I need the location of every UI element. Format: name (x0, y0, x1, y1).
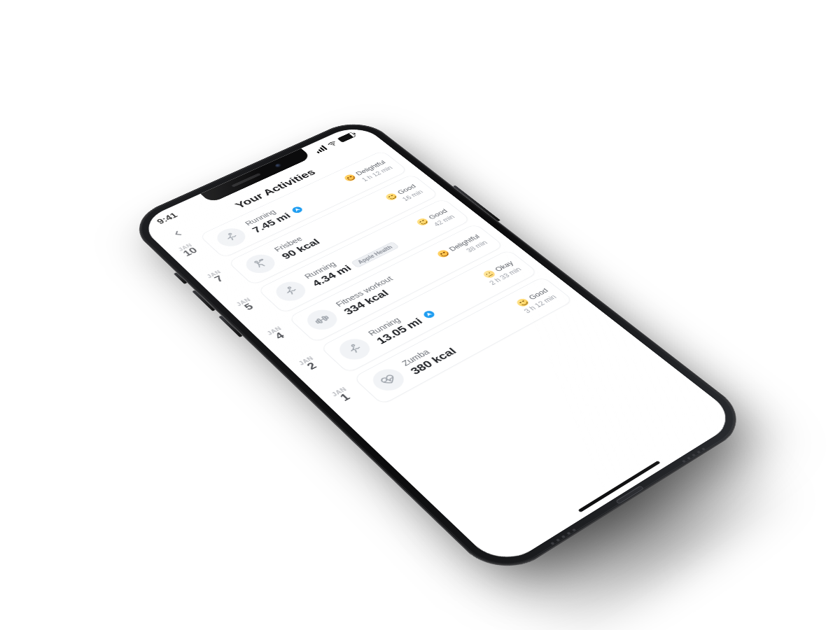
chevron-left-icon (168, 227, 186, 239)
front-camera (274, 162, 284, 168)
activity-date: JAN2 (289, 350, 329, 377)
battery-icon (337, 132, 356, 143)
svg-point-4 (259, 259, 263, 261)
svg-point-5 (288, 287, 291, 289)
wifi-icon (325, 139, 340, 148)
mood-good-icon (384, 192, 399, 201)
svg-rect-8 (317, 318, 323, 323)
status-time: 9:41 (155, 211, 180, 225)
activity-date: JAN7 (197, 265, 235, 289)
running-icon (334, 335, 376, 363)
svg-point-0 (333, 145, 335, 146)
date-day: 5 (232, 298, 265, 317)
svg-point-11 (351, 344, 355, 347)
svg-rect-9 (322, 316, 328, 321)
mood-good-icon (415, 217, 430, 226)
heart-icon (367, 365, 410, 395)
activity-date: JAN4 (258, 321, 297, 346)
svg-line-10 (321, 319, 323, 321)
mood-delightful-icon (342, 174, 356, 183)
running-icon (212, 225, 251, 250)
frisbee-icon (241, 251, 281, 276)
svg-point-1 (228, 233, 232, 235)
activity-date: JAN1 (322, 381, 363, 409)
running-icon (271, 278, 312, 304)
mood-delightful-icon (435, 248, 451, 258)
activity-date: JAN5 (227, 292, 265, 317)
cellular-signal-icon (314, 145, 328, 153)
dumbbell-icon (302, 306, 343, 334)
